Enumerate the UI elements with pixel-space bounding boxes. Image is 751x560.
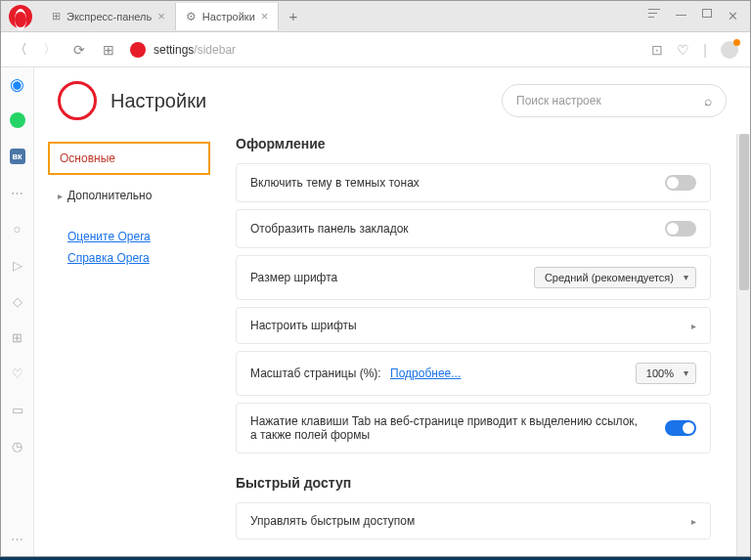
- bookmarks-bar-row[interactable]: Отобразить панель закладок: [236, 209, 711, 248]
- snapshot-icon[interactable]: ⊡: [651, 42, 663, 58]
- sidebar-icon[interactable]: ◇: [9, 292, 26, 310]
- row-label: Управлять быстрым доступом: [250, 514, 691, 528]
- section-appearance-title: Оформление: [236, 136, 711, 151]
- tab-settings[interactable]: ⚙ Настройки ×: [176, 3, 280, 30]
- opera-menu-button[interactable]: [9, 5, 32, 28]
- tab-highlight-toggle[interactable]: [665, 420, 696, 436]
- profile-button[interactable]: [721, 41, 738, 59]
- row-label: Настроить шрифты: [250, 319, 691, 332]
- sidebar-more-icon[interactable]: ⋯: [11, 532, 23, 546]
- sidebar-icon[interactable]: ▭: [9, 401, 26, 418]
- nav-advanced[interactable]: Дополнительно: [48, 181, 210, 210]
- tab-highlight-row[interactable]: Нажатие клавиши Tab на веб-странице прив…: [236, 403, 711, 453]
- bookmarks-toggle[interactable]: [665, 221, 696, 237]
- search-input[interactable]: Поиск настроек ⌕: [502, 84, 727, 117]
- search-placeholder: Поиск настроек: [516, 94, 601, 108]
- close-icon[interactable]: ×: [157, 9, 165, 23]
- sidebar-icon[interactable]: ○: [9, 220, 26, 237]
- opera-logo: [58, 81, 97, 120]
- font-size-row: Размер шрифта Средний (рекомендуется): [236, 255, 711, 300]
- sidebar-icon[interactable]: ⋯: [9, 184, 26, 201]
- tab-bar: ⊞ Экспресс-панель × ⚙ Настройки × + ✕: [1, 1, 750, 32]
- dark-theme-row[interactable]: Включить тему в темных тонах: [236, 163, 711, 202]
- scrollbar[interactable]: [736, 134, 750, 556]
- row-label: Включить тему в темных тонах: [250, 176, 665, 190]
- back-button[interactable]: 〈: [13, 41, 28, 59]
- scrollbar-thumb[interactable]: [739, 134, 749, 290]
- manage-quick-access-row[interactable]: Управлять быстрым доступом ▸: [236, 502, 711, 539]
- vk-icon[interactable]: вк: [9, 148, 26, 165]
- new-tab-button[interactable]: +: [279, 8, 307, 24]
- close-icon[interactable]: ×: [261, 9, 269, 23]
- settings-nav: Основные Дополнительно Оцените Opera Спр…: [34, 134, 210, 556]
- row-label: Масштаб страницы (%): Подробнее...: [250, 366, 636, 380]
- row-label: Нажатие клавиши Tab на веб-странице прив…: [250, 414, 665, 442]
- heart-icon[interactable]: ♡: [9, 365, 26, 382]
- url-field[interactable]: settings/sidebar: [130, 42, 638, 58]
- history-icon[interactable]: ◷: [9, 437, 26, 454]
- tab-express-panel[interactable]: ⊞ Экспресс-панель ×: [42, 3, 176, 30]
- speed-dial-button[interactable]: ⊞: [101, 42, 116, 58]
- forward-button[interactable]: 〉: [42, 41, 58, 59]
- page-title: Настройки: [110, 90, 488, 112]
- easy-setup-icon[interactable]: [648, 9, 660, 23]
- page-zoom-row: Масштаб страницы (%): Подробнее... 100%: [236, 351, 711, 396]
- minimize-button[interactable]: [676, 15, 686, 23]
- reload-button[interactable]: ⟳: [71, 42, 87, 58]
- row-label: Отобразить панель закладок: [250, 222, 665, 236]
- sidebar-icon[interactable]: ▷: [9, 256, 26, 274]
- search-icon: ⌕: [704, 93, 712, 108]
- help-opera-link[interactable]: Справка Opera: [67, 251, 210, 265]
- sidebar-icon[interactable]: ⊞: [9, 328, 26, 346]
- whatsapp-icon[interactable]: [9, 111, 26, 129]
- zoom-more-link[interactable]: Подробнее...: [390, 366, 461, 380]
- settings-content: Оформление Включить тему в темных тонах …: [210, 134, 736, 556]
- opera-icon: [130, 42, 146, 58]
- url-text: settings/sidebar: [154, 43, 236, 57]
- tab-label: Настройки: [202, 11, 255, 22]
- address-bar: 〈 〉 ⟳ ⊞ settings/sidebar ⊡ ♡ |: [1, 32, 750, 67]
- chevron-right-icon: ▸: [691, 321, 696, 331]
- row-label: Размер шрифта: [250, 271, 534, 284]
- maximize-button[interactable]: [702, 9, 712, 18]
- left-sidebar: ◉ вк ⋯ ○ ▷ ◇ ⊞ ♡ ▭ ◷ ⋯: [1, 67, 34, 556]
- close-button[interactable]: ✕: [728, 9, 738, 23]
- rate-opera-link[interactable]: Оцените Opera: [67, 230, 210, 243]
- dark-theme-toggle[interactable]: [665, 175, 696, 191]
- section-quick-access-title: Быстрый доступ: [236, 475, 711, 491]
- tab-label: Экспресс-панель: [66, 11, 152, 22]
- chevron-right-icon: ▸: [691, 516, 696, 527]
- messenger-icon[interactable]: ◉: [9, 75, 26, 93]
- heart-icon[interactable]: ♡: [677, 42, 689, 58]
- zoom-select[interactable]: 100%: [636, 363, 696, 384]
- font-size-select[interactable]: Средний (рекомендуется): [534, 267, 696, 288]
- customize-fonts-row[interactable]: Настроить шрифты ▸: [236, 307, 711, 344]
- nav-basic[interactable]: Основные: [48, 142, 210, 175]
